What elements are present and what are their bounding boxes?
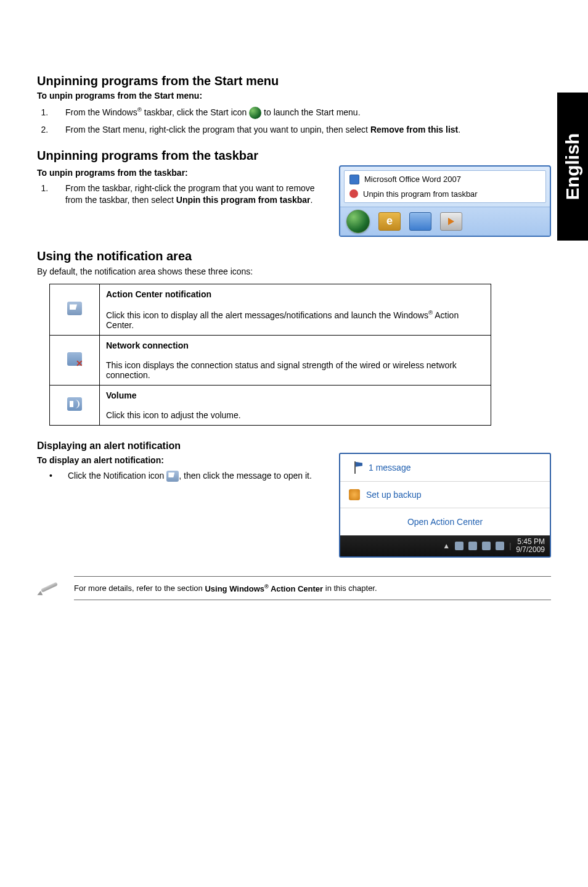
word-icon: [349, 175, 359, 184]
tray-flag2-icon: [496, 542, 504, 550]
tray-up-icon: ▲: [443, 542, 450, 550]
action-center-icon-cell: [50, 284, 100, 336]
notification-intro: By default, the notification area shows …: [37, 266, 551, 278]
ie-icon: e: [378, 212, 401, 231]
subheading-unpin-start: To unpin programs from the Start menu:: [37, 91, 551, 101]
network-desc: Network connection This icon displays th…: [100, 335, 491, 385]
heading-unpin-taskbar: Unpinning programs from the taskbar: [37, 149, 551, 163]
table-row: Action Center notification Click this ic…: [50, 284, 491, 336]
heading-notification-area: Using the notification area: [37, 249, 551, 263]
tray-clock: 5:45 PM9/7/2009: [516, 538, 545, 554]
notification-icons-table: Action Center notification Click this ic…: [49, 284, 491, 426]
step-1: From the Windows® taskbar, click the Sta…: [51, 105, 551, 119]
alert-step-1: Click the Notification icon , then click…: [49, 470, 327, 482]
volume-icon-cell: [50, 385, 100, 425]
steps-unpin-start: From the Windows® taskbar, click the Sta…: [37, 105, 551, 136]
tray-flag-icon: [455, 542, 463, 550]
notification-flag-icon: [166, 471, 179, 482]
context-row-word: Microsoft Office Word 2007: [346, 172, 544, 187]
note-block: For more details, refer to the section U…: [37, 576, 551, 600]
taskbar-context-screenshot: Microsoft Office Word 2007 Unpin this pr…: [339, 165, 551, 237]
start-orb-icon: [249, 107, 261, 119]
language-side-tab: English: [557, 93, 588, 241]
ac-message-link: 1 message: [369, 463, 410, 472]
unpin-icon: [349, 189, 358, 198]
tray-network-icon: [468, 542, 477, 550]
start-orb-icon: [346, 210, 370, 233]
heading-unpin-start: Unpinning programs from the Start menu: [37, 74, 551, 88]
language-label: English: [562, 133, 583, 200]
action-center-popup-screenshot: 1 message Set up backup Open Action Cent…: [339, 453, 551, 558]
action-center-desc: Action Center notification Click this ic…: [100, 284, 491, 336]
system-tray: ▲ | 5:45 PM9/7/2009: [340, 535, 550, 556]
ac-message-row: 1 message: [340, 454, 550, 482]
wmp-icon: [440, 212, 462, 231]
alert-steps: Click the Notification icon , then click…: [37, 470, 327, 482]
tray-separator-icon: |: [509, 542, 511, 550]
volume-desc: Volume Click this icon to adjust the vol…: [100, 385, 491, 425]
action-center-flag-icon: [349, 461, 362, 474]
context-menu: Microsoft Office Word 2007 Unpin this pr…: [344, 170, 546, 203]
ac-open-row: Open Action Center: [340, 508, 550, 535]
pencil-note-icon: [37, 579, 62, 596]
volume-icon: [67, 397, 82, 411]
tray-volume-icon: [482, 542, 491, 550]
context-row-unpin: Unpin this program from taskbar: [346, 187, 544, 201]
note-text: For more details, refer to the section U…: [74, 576, 551, 600]
explorer-icon: [409, 212, 431, 231]
ac-backup-link: Set up backup: [366, 490, 422, 500]
steps-unpin-taskbar: From the taskbar, right-click the progra…: [37, 183, 327, 207]
ac-backup-row: Set up backup: [340, 482, 550, 508]
table-row: Volume Click this icon to adjust the vol…: [50, 385, 491, 425]
taskbar-strip: e: [340, 207, 550, 236]
step-2: From the Start menu, right-click the pro…: [51, 124, 551, 136]
action-center-flag-icon: [67, 302, 82, 315]
heading-display-alert: Displaying an alert notification: [37, 440, 551, 452]
table-row: Network connection This icon displays th…: [50, 335, 491, 385]
subheading-display-alert: To display an alert notification:: [37, 455, 327, 465]
ac-open-link: Open Action Center: [407, 517, 483, 527]
network-icon: [67, 352, 82, 366]
shield-icon: [349, 489, 360, 500]
step-taskbar-1: From the taskbar, right-click the progra…: [51, 183, 327, 207]
network-icon-cell: [50, 335, 100, 385]
subheading-unpin-taskbar: To unpin programs from the taskbar:: [37, 168, 327, 178]
